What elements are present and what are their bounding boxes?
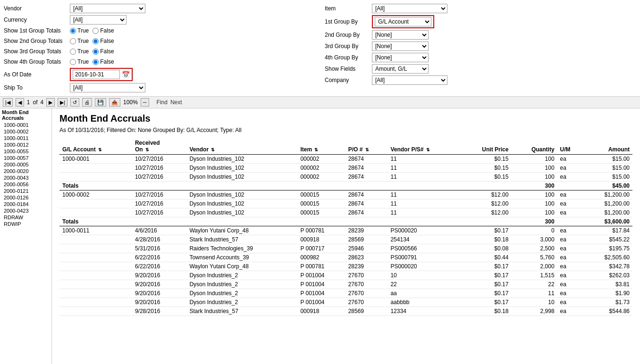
2nd-group-by-select[interactable]: [None] — [372, 30, 429, 40]
sort-received-on-icon[interactable]: ⇅ — [145, 148, 149, 152]
sidebar-item[interactable]: 2000-0043 — [0, 174, 51, 181]
next-page-button[interactable]: ▶ — [46, 98, 55, 107]
sidebar-item[interactable]: RDRAW — [0, 214, 51, 221]
find-button[interactable]: Find — [157, 99, 168, 106]
cell-amount: $1,200.00 — [583, 190, 632, 199]
cell-received-on: 10/27/2016 — [132, 173, 187, 182]
show-1st-group-true-label[interactable]: True — [70, 27, 89, 34]
show-4th-group-true-radio[interactable] — [70, 59, 76, 65]
cell-vendor: Waylon Yutani Corp_48 — [186, 226, 297, 235]
show-2nd-group-false-label[interactable]: False — [93, 38, 114, 44]
as-of-date-label: As Of Date — [4, 71, 70, 78]
sidebar-item[interactable]: 2000-0056 — [0, 181, 51, 188]
as-of-date-input[interactable] — [73, 70, 120, 79]
show-3rd-group-false-radio[interactable] — [93, 49, 99, 55]
company-select[interactable]: [All] — [372, 75, 447, 85]
refresh-button[interactable]: ↺ — [70, 98, 79, 107]
export-button[interactable]: 📤 — [109, 98, 120, 107]
show-2nd-group-true-label[interactable]: True — [70, 38, 89, 44]
3rd-group-by-label: 3rd Group By — [325, 43, 372, 50]
show-fields-filter-row: Show Fields Amount, G/L — [325, 63, 636, 74]
cell-amount: $15.00 — [583, 155, 632, 164]
print-button[interactable]: 🖨 — [82, 98, 92, 107]
cell-um: ea — [557, 280, 583, 289]
sort-vendor-ps-icon[interactable]: ⇅ — [426, 148, 430, 152]
cell-unit-price: $12.00 — [460, 199, 511, 208]
show-2nd-group-false-radio[interactable] — [93, 38, 99, 44]
show-4th-group-row: Show 4th Group Totals True False — [4, 57, 315, 67]
cell-po-num: 25946 — [345, 244, 388, 253]
show-1st-group-false-label[interactable]: False — [93, 27, 114, 34]
cell-item: P 001004 — [297, 271, 345, 280]
save-button[interactable]: 💾 — [95, 98, 106, 107]
first-page-button[interactable]: |◀ — [3, 98, 13, 107]
cell-amount: $195.75 — [583, 244, 632, 253]
of-label: of — [33, 99, 38, 106]
sidebar-item[interactable]: 2000-0126 — [0, 194, 51, 201]
sidebar-item[interactable]: 1000-0057 — [0, 155, 51, 161]
cell-gl-account — [59, 235, 132, 244]
item-select[interactable]: [All] — [372, 4, 447, 13]
currency-select[interactable]: [All] — [70, 15, 126, 25]
sort-item-icon[interactable]: ⇅ — [314, 148, 318, 152]
ship-to-select[interactable]: [All] — [70, 83, 145, 92]
table-row: 6/22/2016 Townsend Accounts_39 000982 28… — [59, 253, 632, 262]
sidebar-item[interactable]: 2000-0184 — [0, 201, 51, 207]
show-4th-group-true-label[interactable]: True — [70, 58, 89, 65]
show-4th-group-false-radio[interactable] — [93, 59, 99, 65]
4th-group-by-select[interactable]: [None] — [372, 53, 429, 62]
next-button[interactable]: Next — [170, 99, 182, 106]
sort-gl-account-icon[interactable]: ⇅ — [98, 148, 102, 152]
sidebar-item[interactable]: 2000-0423 — [0, 207, 51, 214]
col-item: Item ⇅ — [297, 138, 345, 155]
show-1st-group-row: Show 1st Group Totals True False — [4, 25, 315, 36]
cell-vendor-ps: 11 — [387, 155, 460, 164]
sort-po-icon[interactable]: ⇅ — [365, 148, 369, 152]
cell-quantity: 11 — [511, 289, 557, 298]
sidebar-item[interactable]: 2000-0020 — [0, 168, 51, 174]
cell-po-num: 27670 — [345, 298, 388, 307]
show-3rd-group-false-label[interactable]: False — [93, 48, 114, 55]
sidebar-item[interactable]: 2000-0005 — [0, 161, 51, 168]
show-3rd-group-row: Show 3rd Group Totals True False — [4, 46, 315, 57]
show-2nd-group-true-radio[interactable] — [70, 38, 76, 44]
report-table-body: 1000-0001 10/27/2016 Dyson Industries_10… — [59, 155, 632, 316]
sidebar-item[interactable]: 1000-0012 — [0, 141, 51, 148]
calendar-icon[interactable]: 📅 — [122, 71, 130, 78]
1st-group-by-select[interactable]: G/L Account [None] — [375, 17, 431, 26]
show-3rd-group-true-label[interactable]: True — [70, 48, 89, 55]
table-row: 9/20/2016 Dyson Industries_2 P 001004 27… — [59, 280, 632, 289]
sidebar-item[interactable]: 1000-0002 — [0, 128, 51, 135]
show-4th-group-label: Show 4th Group Totals — [4, 58, 70, 65]
cell-quantity: 100 — [511, 199, 557, 208]
cell-vendor-ps: 11 — [387, 208, 460, 217]
col-vendor: Vendor ⇅ — [186, 138, 297, 155]
cell-vendor-ps: aa — [387, 289, 460, 298]
cell-amount: $545.22 — [583, 235, 632, 244]
show-1st-group-true-radio[interactable] — [70, 28, 76, 34]
sidebar-item[interactable]: RDWIP — [0, 221, 51, 227]
totals-label: Totals — [59, 217, 132, 226]
sort-vendor-icon[interactable]: ⇅ — [211, 148, 215, 152]
show-4th-group-false-label[interactable]: False — [93, 58, 114, 65]
show-3rd-group-true-radio[interactable] — [70, 49, 76, 55]
sidebar-item[interactable]: 1000-0001 — [0, 122, 51, 128]
show-fields-select[interactable]: Amount, G/L — [372, 64, 429, 74]
show-1st-group-false-radio[interactable] — [93, 28, 99, 34]
cell-amount: $544.86 — [583, 307, 632, 316]
cell-um: ea — [557, 262, 583, 271]
sidebar-item[interactable]: 1000-0011 — [0, 135, 51, 141]
last-page-button[interactable]: ▶| — [58, 98, 67, 107]
cell-received-on: 10/27/2016 — [132, 164, 187, 173]
totals-amount: $3,600.00 — [583, 217, 632, 226]
sidebar-item[interactable]: 1000-0055 — [0, 148, 51, 155]
cell-vendor-ps: PS000020 — [387, 262, 460, 271]
sidebar-item[interactable]: 2000-0121 — [0, 188, 51, 194]
cell-item: 000015 — [297, 190, 345, 199]
vendor-select[interactable]: [All] — [70, 4, 145, 13]
zoom-slider[interactable]: ─ — [141, 98, 149, 107]
3rd-group-by-select[interactable]: [None] — [372, 41, 429, 51]
cell-amount: $342.78 — [583, 262, 632, 271]
prev-page-button[interactable]: ◀ — [16, 98, 24, 107]
cell-gl-account — [59, 307, 132, 316]
